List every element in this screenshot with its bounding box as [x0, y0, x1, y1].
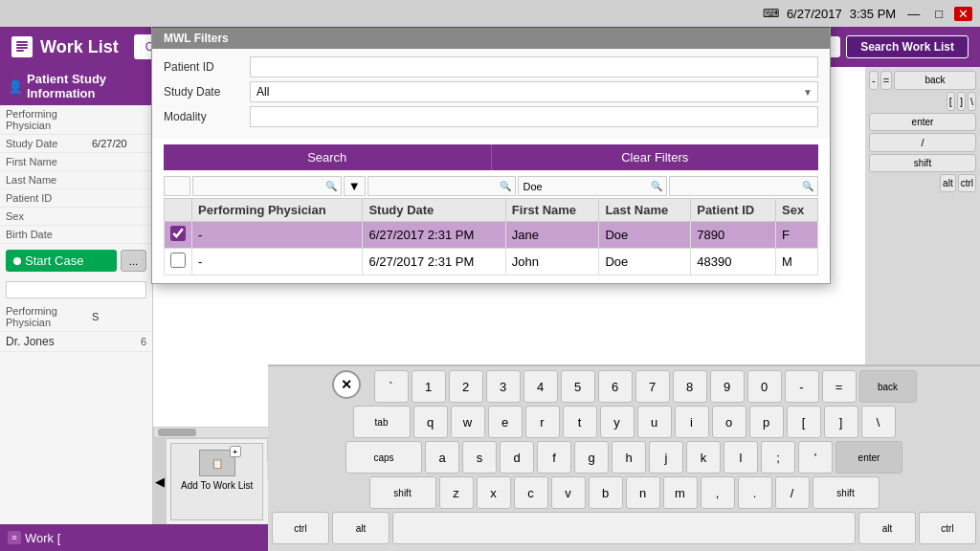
maximize-button[interactable]: □ — [931, 7, 947, 21]
modal-search-button[interactable]: Search — [164, 144, 491, 170]
key-z[interactable]: z — [439, 476, 474, 509]
key-d[interactable]: d — [500, 441, 534, 474]
status-item: ≡ Work [ — [8, 531, 60, 545]
right-key-bracket-close[interactable]: ] — [957, 92, 966, 111]
study-date-select[interactable]: All Today Yesterday Last 7 Days — [250, 81, 818, 102]
key-alt-left[interactable]: alt — [332, 512, 390, 544]
key-tab[interactable]: tab — [353, 406, 411, 438]
patient-id-results-filter-input[interactable] — [674, 181, 802, 192]
key-backtick[interactable]: ` — [374, 370, 409, 403]
kb-row-special: ✕ ` 1 2 3 4 5 6 7 8 9 0 - = back — [272, 370, 976, 403]
key-5[interactable]: 5 — [561, 370, 595, 403]
key-w[interactable]: w — [451, 406, 485, 438]
key-0[interactable]: 0 — [747, 370, 782, 403]
key-equals[interactable]: = — [822, 370, 857, 403]
mwl-filters-header: MWL Filters — [152, 28, 830, 49]
key-j[interactable]: j — [649, 441, 683, 474]
key-8[interactable]: 8 — [673, 370, 707, 403]
right-key-ctrl[interactable]: ctrl — [958, 174, 976, 192]
keyboard-close-button[interactable]: ✕ — [332, 370, 361, 399]
key-ctrl-right[interactable]: ctrl — [919, 512, 976, 544]
row1-checkbox[interactable] — [170, 226, 186, 241]
key-backspace[interactable]: back — [859, 370, 917, 403]
key-9[interactable]: 9 — [710, 370, 745, 403]
patient-id-filter-input[interactable] — [250, 56, 818, 77]
key-i[interactable]: i — [675, 406, 709, 438]
start-case-button[interactable]: Start Case — [6, 250, 117, 272]
results-filter-row: 🔍 ▼ 🔍 🔍 🔍 — [164, 176, 818, 196]
study-date-filter-dd[interactable]: ▼ — [344, 176, 366, 196]
key-backslash[interactable]: \ — [861, 406, 896, 438]
key-t[interactable]: t — [563, 406, 597, 438]
key-2[interactable]: 2 — [449, 370, 483, 403]
left-nav-arrow[interactable]: ◀ — [153, 439, 167, 524]
key-1[interactable]: 1 — [412, 370, 446, 403]
left-panel-search-input[interactable] — [6, 281, 146, 298]
right-key-alt[interactable]: alt — [940, 174, 956, 192]
key-alt-right[interactable]: alt — [858, 512, 916, 544]
key-caps[interactable]: caps — [345, 441, 422, 474]
right-key-equals[interactable]: = — [880, 71, 892, 90]
first-name-filter-input[interactable] — [372, 181, 501, 192]
minimize-button[interactable]: — — [903, 7, 924, 21]
key-4[interactable]: 4 — [523, 370, 558, 403]
key-c[interactable]: c — [514, 476, 548, 509]
table-row[interactable]: - 6/27/2017 2:31 PM John Doe 48390 M — [165, 249, 818, 276]
key-h[interactable]: h — [612, 441, 646, 474]
close-button[interactable]: ✕ — [954, 7, 972, 21]
key-p[interactable]: p — [749, 406, 784, 438]
right-key-minus[interactable]: - — [869, 71, 879, 90]
key-a[interactable]: a — [425, 441, 459, 474]
right-key-shift[interactable]: shift — [869, 154, 976, 172]
key-semicolon[interactable]: ; — [761, 441, 795, 474]
key-x[interactable]: x — [477, 476, 511, 509]
key-l[interactable]: l — [724, 441, 758, 474]
right-key-backslash[interactable]: \ — [968, 92, 976, 111]
key-minus[interactable]: - — [785, 370, 819, 403]
row2-checkbox[interactable] — [170, 253, 186, 268]
key-shift-right[interactable]: shift — [813, 476, 880, 509]
modal-clear-button[interactable]: Clear Filters — [491, 144, 819, 170]
col-first-name-header: First Name — [505, 199, 599, 222]
key-slash[interactable]: / — [775, 476, 810, 509]
search-worklist-button[interactable]: Search Work List — [846, 35, 969, 58]
key-3[interactable]: 3 — [486, 370, 521, 403]
key-7[interactable]: 7 — [635, 370, 670, 403]
key-b[interactable]: b — [589, 476, 623, 509]
key-g[interactable]: g — [574, 441, 609, 474]
key-y[interactable]: y — [600, 406, 635, 438]
bottom-performing-physician-row: Performing Physician S — [0, 302, 152, 332]
key-e[interactable]: e — [488, 406, 523, 438]
right-key-enter[interactable]: enter — [869, 113, 976, 131]
key-v[interactable]: v — [551, 476, 586, 509]
key-shift-left[interactable]: shift — [369, 476, 436, 509]
key-enter[interactable]: enter — [835, 441, 902, 474]
right-key-back[interactable]: back — [894, 71, 976, 90]
performing-physician-filter-input[interactable] — [197, 181, 325, 192]
key-o[interactable]: o — [712, 406, 746, 438]
key-6[interactable]: 6 — [598, 370, 633, 403]
key-bracket-open[interactable]: [ — [787, 406, 821, 438]
key-n[interactable]: n — [626, 476, 660, 509]
key-quote[interactable]: ' — [798, 441, 833, 474]
table-row[interactable]: - 6/27/2017 2:31 PM Jane Doe 7890 F — [165, 222, 818, 249]
key-q[interactable]: q — [413, 406, 448, 438]
key-comma[interactable]: , — [701, 476, 735, 509]
secondary-action-button[interactable]: ... — [121, 250, 146, 272]
right-key-bracket-open[interactable]: [ — [947, 92, 955, 111]
add-to-worklist-button[interactable]: 📋 + Add To Work List — [170, 443, 263, 520]
key-r[interactable]: r — [525, 406, 560, 438]
last-name-filter-input[interactable] — [523, 181, 651, 192]
key-space[interactable] — [392, 512, 856, 544]
modality-filter-input[interactable] — [250, 106, 818, 127]
key-u[interactable]: u — [637, 406, 672, 438]
key-f[interactable]: f — [537, 441, 571, 474]
key-m[interactable]: m — [663, 476, 698, 509]
key-k[interactable]: k — [686, 441, 721, 474]
add-to-worklist-icon: 📋 + — [199, 450, 235, 476]
key-s[interactable]: s — [462, 441, 497, 474]
key-bracket-close[interactable]: ] — [824, 406, 858, 438]
key-ctrl-left[interactable]: ctrl — [272, 512, 329, 544]
key-period[interactable]: . — [738, 476, 772, 509]
right-key-slash[interactable]: / — [869, 133, 976, 152]
